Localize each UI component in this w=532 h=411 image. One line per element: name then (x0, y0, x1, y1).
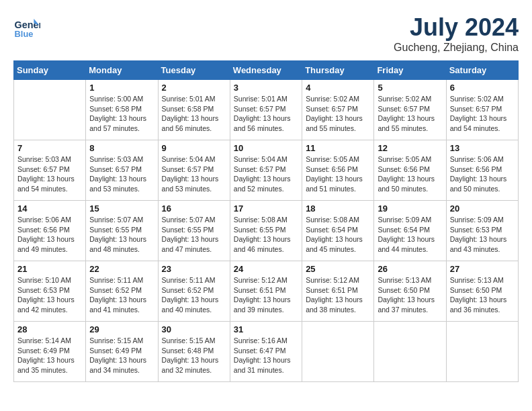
calendar-cell: 26Sunrise: 5:13 AM Sunset: 6:50 PM Dayli… (374, 261, 446, 322)
day-number: 21 (17, 264, 82, 274)
day-number: 27 (450, 264, 515, 274)
day-info: Sunrise: 5:11 AM Sunset: 6:52 PM Dayligh… (162, 275, 226, 315)
day-number: 17 (234, 203, 298, 214)
day-info: Sunrise: 5:15 AM Sunset: 6:49 PM Dayligh… (89, 336, 154, 375)
day-number: 20 (450, 203, 515, 214)
calendar-cell: 21Sunrise: 5:10 AM Sunset: 6:53 PM Dayli… (14, 261, 86, 322)
day-info: Sunrise: 5:09 AM Sunset: 6:54 PM Dayligh… (378, 215, 442, 255)
calendar-cell: 15Sunrise: 5:07 AM Sunset: 6:55 PM Dayli… (86, 201, 158, 261)
day-info: Sunrise: 5:10 AM Sunset: 6:53 PM Dayligh… (17, 275, 82, 315)
calendar-cell (374, 322, 446, 382)
day-number: 15 (89, 203, 154, 214)
logo: General Blue (13, 13, 43, 40)
calendar-cell: 6Sunrise: 5:02 AM Sunset: 6:57 PM Daylig… (446, 80, 518, 140)
page-header: General Blue July 2024 Gucheng, Zhejiang… (13, 13, 519, 54)
day-number: 10 (234, 143, 298, 153)
calendar-cell: 9Sunrise: 5:04 AM Sunset: 6:57 PM Daylig… (158, 140, 230, 201)
day-info: Sunrise: 5:06 AM Sunset: 6:56 PM Dayligh… (17, 215, 82, 255)
calendar-cell: 13Sunrise: 5:06 AM Sunset: 6:56 PM Dayli… (446, 140, 518, 201)
weekday-header-sunday: Sunday (14, 61, 86, 80)
calendar-cell: 31Sunrise: 5:16 AM Sunset: 6:47 PM Dayli… (230, 322, 302, 382)
day-number: 31 (234, 324, 298, 334)
day-info: Sunrise: 5:08 AM Sunset: 6:55 PM Dayligh… (234, 215, 298, 255)
day-info: Sunrise: 5:07 AM Sunset: 6:55 PM Dayligh… (89, 215, 154, 255)
calendar-cell: 19Sunrise: 5:09 AM Sunset: 6:54 PM Dayli… (374, 201, 446, 261)
calendar-week-4: 21Sunrise: 5:10 AM Sunset: 6:53 PM Dayli… (14, 261, 519, 322)
calendar-cell: 7Sunrise: 5:03 AM Sunset: 6:57 PM Daylig… (14, 140, 86, 201)
weekday-header-monday: Monday (86, 61, 158, 80)
weekday-header-friday: Friday (374, 61, 446, 80)
calendar-cell: 3Sunrise: 5:01 AM Sunset: 6:57 PM Daylig… (230, 80, 302, 140)
day-info: Sunrise: 5:16 AM Sunset: 6:47 PM Dayligh… (234, 336, 298, 375)
calendar-cell: 10Sunrise: 5:04 AM Sunset: 6:57 PM Dayli… (230, 140, 302, 201)
calendar-cell: 14Sunrise: 5:06 AM Sunset: 6:56 PM Dayli… (14, 201, 86, 261)
calendar-cell: 24Sunrise: 5:12 AM Sunset: 6:51 PM Dayli… (230, 261, 302, 322)
day-number: 1 (89, 83, 154, 93)
day-info: Sunrise: 5:02 AM Sunset: 6:57 PM Dayligh… (378, 94, 442, 134)
calendar-week-3: 14Sunrise: 5:06 AM Sunset: 6:56 PM Dayli… (14, 201, 519, 261)
month-title: July 2024 (394, 13, 519, 42)
day-info: Sunrise: 5:15 AM Sunset: 6:48 PM Dayligh… (162, 336, 226, 375)
title-block: July 2024 Gucheng, Zhejiang, China (394, 13, 519, 54)
day-info: Sunrise: 5:06 AM Sunset: 6:56 PM Dayligh… (450, 154, 515, 194)
calendar-week-5: 28Sunrise: 5:14 AM Sunset: 6:49 PM Dayli… (14, 322, 519, 382)
calendar-cell: 28Sunrise: 5:14 AM Sunset: 6:49 PM Dayli… (14, 322, 86, 382)
day-info: Sunrise: 5:02 AM Sunset: 6:57 PM Dayligh… (306, 94, 370, 134)
day-info: Sunrise: 5:04 AM Sunset: 6:57 PM Dayligh… (234, 154, 298, 194)
day-number: 29 (89, 324, 154, 334)
logo-icon: General Blue (13, 13, 40, 40)
day-number: 5 (378, 83, 442, 93)
calendar-cell: 5Sunrise: 5:02 AM Sunset: 6:57 PM Daylig… (374, 80, 446, 140)
day-number: 28 (17, 324, 82, 334)
day-info: Sunrise: 5:04 AM Sunset: 6:57 PM Dayligh… (162, 154, 226, 194)
day-number: 26 (378, 264, 442, 274)
day-number: 12 (378, 143, 442, 153)
day-number: 6 (450, 83, 515, 93)
day-info: Sunrise: 5:08 AM Sunset: 6:54 PM Dayligh… (306, 215, 370, 255)
weekday-header-wednesday: Wednesday (230, 61, 302, 80)
calendar-cell: 12Sunrise: 5:05 AM Sunset: 6:56 PM Dayli… (374, 140, 446, 201)
calendar-cell: 1Sunrise: 5:00 AM Sunset: 6:58 PM Daylig… (86, 80, 158, 140)
day-info: Sunrise: 5:13 AM Sunset: 6:50 PM Dayligh… (378, 275, 442, 315)
day-number: 2 (162, 83, 226, 93)
calendar-cell: 30Sunrise: 5:15 AM Sunset: 6:48 PM Dayli… (158, 322, 230, 382)
day-number: 25 (306, 264, 370, 274)
calendar-cell: 4Sunrise: 5:02 AM Sunset: 6:57 PM Daylig… (302, 80, 374, 140)
calendar-cell (14, 80, 86, 140)
day-number: 11 (306, 143, 370, 153)
svg-text:Blue: Blue (15, 29, 34, 39)
calendar-cell (302, 322, 374, 382)
day-info: Sunrise: 5:03 AM Sunset: 6:57 PM Dayligh… (89, 154, 154, 194)
location: Gucheng, Zhejiang, China (394, 42, 519, 54)
day-info: Sunrise: 5:03 AM Sunset: 6:57 PM Dayligh… (17, 154, 82, 194)
day-number: 24 (234, 264, 298, 274)
calendar-cell: 27Sunrise: 5:13 AM Sunset: 6:50 PM Dayli… (446, 261, 518, 322)
day-number: 3 (234, 83, 298, 93)
day-info: Sunrise: 5:02 AM Sunset: 6:57 PM Dayligh… (450, 94, 515, 134)
calendar-cell: 2Sunrise: 5:01 AM Sunset: 6:58 PM Daylig… (158, 80, 230, 140)
day-number: 30 (162, 324, 226, 334)
day-info: Sunrise: 5:01 AM Sunset: 6:57 PM Dayligh… (234, 94, 298, 134)
weekday-header-saturday: Saturday (446, 61, 518, 80)
calendar-table: SundayMondayTuesdayWednesdayThursdayFrid… (13, 60, 519, 382)
day-number: 8 (89, 143, 154, 153)
calendar-cell: 23Sunrise: 5:11 AM Sunset: 6:52 PM Dayli… (158, 261, 230, 322)
day-info: Sunrise: 5:01 AM Sunset: 6:58 PM Dayligh… (162, 94, 226, 134)
calendar-week-1: 1Sunrise: 5:00 AM Sunset: 6:58 PM Daylig… (14, 80, 519, 140)
calendar-cell: 29Sunrise: 5:15 AM Sunset: 6:49 PM Dayli… (86, 322, 158, 382)
weekday-header-tuesday: Tuesday (158, 61, 230, 80)
calendar-cell: 8Sunrise: 5:03 AM Sunset: 6:57 PM Daylig… (86, 140, 158, 201)
calendar-cell: 16Sunrise: 5:07 AM Sunset: 6:55 PM Dayli… (158, 201, 230, 261)
day-info: Sunrise: 5:12 AM Sunset: 6:51 PM Dayligh… (306, 275, 370, 315)
calendar-cell: 17Sunrise: 5:08 AM Sunset: 6:55 PM Dayli… (230, 201, 302, 261)
day-number: 14 (17, 203, 82, 214)
day-info: Sunrise: 5:05 AM Sunset: 6:56 PM Dayligh… (378, 154, 442, 194)
calendar-cell: 20Sunrise: 5:09 AM Sunset: 6:53 PM Dayli… (446, 201, 518, 261)
day-info: Sunrise: 5:12 AM Sunset: 6:51 PM Dayligh… (234, 275, 298, 315)
calendar-cell: 11Sunrise: 5:05 AM Sunset: 6:56 PM Dayli… (302, 140, 374, 201)
calendar-week-2: 7Sunrise: 5:03 AM Sunset: 6:57 PM Daylig… (14, 140, 519, 201)
day-info: Sunrise: 5:14 AM Sunset: 6:49 PM Dayligh… (17, 336, 82, 375)
calendar-cell: 18Sunrise: 5:08 AM Sunset: 6:54 PM Dayli… (302, 201, 374, 261)
calendar-cell: 25Sunrise: 5:12 AM Sunset: 6:51 PM Dayli… (302, 261, 374, 322)
day-number: 19 (378, 203, 442, 214)
